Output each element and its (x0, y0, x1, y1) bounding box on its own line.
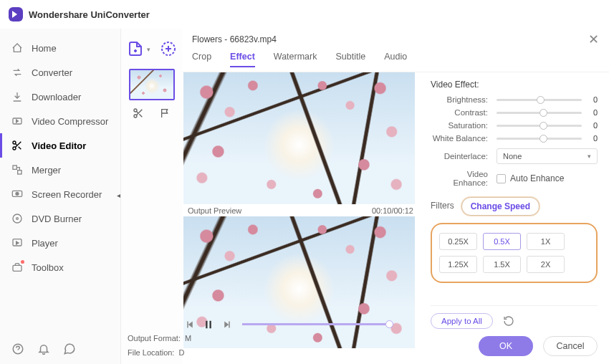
sidebar-item-label: Screen Recorder (32, 189, 102, 200)
sidebar-item-label: Converter (32, 67, 72, 78)
sidebar-item-home[interactable]: Home (0, 36, 120, 60)
file-location-label: File Location: (128, 348, 174, 357)
brightness-label: Brightness: (431, 95, 492, 104)
compressor-icon (11, 115, 23, 127)
titlebar: Wondershare UniConverter (0, 0, 609, 29)
speed-1-25x[interactable]: 1.25X (439, 256, 477, 273)
tab-crop[interactable]: Crop (192, 52, 211, 67)
sidebar-item-label: Player (32, 238, 58, 249)
sidebar-item-label: Merger (32, 165, 61, 176)
tab-effect[interactable]: Effect (230, 52, 255, 67)
cancel-button[interactable]: Cancel (543, 336, 598, 356)
white-balance-slider[interactable] (497, 138, 582, 140)
output-format-label: Output Format: (128, 334, 181, 343)
sidebar-item-toolbox[interactable]: Toolbox (0, 255, 120, 279)
white-balance-label: White Balance: (431, 134, 492, 143)
editor-tabs: Crop Effect Watermark Subtitle Audio (182, 50, 609, 72)
svg-point-7 (13, 214, 21, 223)
saturation-slider[interactable] (497, 125, 582, 127)
svg-rect-15 (206, 321, 207, 329)
enhance-label: Video Enhance: (431, 170, 492, 187)
saturation-row: Saturation: 0 (431, 121, 598, 130)
app-logo (9, 7, 23, 21)
speed-0-5x[interactable]: 0.5X (483, 233, 521, 250)
deinterlace-select[interactable]: None ▾ (497, 148, 598, 164)
saturation-label: Saturation: (431, 121, 492, 130)
tab-audio[interactable]: Audio (384, 52, 407, 67)
editor-panel: Flowers - 66823v.mp4 ✕ Crop Effect Water… (182, 29, 609, 364)
sidebar-item-label: Downloader (32, 92, 81, 102)
file-location-value: D (178, 348, 184, 357)
subtab-filters[interactable]: Filters (431, 197, 454, 216)
sidebar-item-screen-recorder[interactable]: Screen Recorder (0, 182, 120, 206)
apply-to-all-button[interactable]: Apply to All (431, 313, 493, 329)
effect-controls: Video Effect: Brightness: 0 Contrast: 0 … (416, 72, 609, 364)
saturation-value: 0 (586, 121, 598, 130)
home-icon (11, 42, 23, 54)
tab-watermark[interactable]: Watermark (274, 52, 317, 67)
help-icon[interactable] (11, 343, 24, 355)
svg-rect-16 (210, 321, 211, 329)
recorder-icon (11, 188, 23, 200)
flag-icon[interactable] (160, 107, 171, 119)
svg-rect-4 (18, 171, 21, 174)
add-circle-icon[interactable] (159, 40, 178, 57)
speed-2x[interactable]: 2X (527, 256, 565, 273)
sidebar-item-downloader[interactable]: Downloader (0, 85, 120, 109)
white-balance-value: 0 (586, 134, 598, 143)
output-preview-label: Output Preview (188, 206, 241, 215)
sidebar-item-compressor[interactable]: Video Compressor (0, 109, 120, 133)
editor-filename: Flowers - 66823v.mp4 (192, 34, 277, 44)
speed-options-box: 0.25X 0.5X 1X 1.25X 1.5X 2X (431, 223, 598, 283)
next-frame-icon[interactable] (221, 318, 234, 331)
white-balance-row: White Balance: 0 (431, 134, 598, 143)
toolbox-icon (11, 262, 23, 273)
timeline-slider[interactable] (242, 323, 390, 325)
video-effect-title: Video Effect: (431, 80, 598, 90)
close-icon[interactable]: ✕ (588, 32, 599, 47)
svg-rect-10 (13, 265, 21, 271)
media-strip: ▾ (120, 29, 182, 364)
brightness-row: Brightness: 0 (431, 95, 598, 104)
sidebar-item-label: DVD Burner (32, 214, 82, 224)
contrast-slider[interactable] (497, 112, 582, 114)
svg-rect-3 (13, 166, 16, 169)
clip-thumbnail[interactable] (129, 69, 175, 100)
original-preview (183, 72, 415, 204)
speed-0-25x[interactable]: 0.25X (439, 233, 477, 250)
pause-icon[interactable] (202, 318, 215, 331)
download-icon (11, 91, 23, 102)
sidebar-item-label: Home (32, 43, 57, 54)
converter-icon (11, 67, 23, 78)
chevron-down-icon: ▾ (588, 153, 591, 160)
sidebar-item-merger[interactable]: Merger (0, 158, 120, 182)
add-file-icon[interactable]: ▾ (126, 40, 145, 57)
svg-point-1 (13, 141, 16, 144)
chat-icon[interactable] (63, 343, 76, 355)
cut-icon[interactable] (133, 107, 144, 119)
contrast-row: Contrast: 0 (431, 108, 598, 117)
sidebar-item-video-editor[interactable]: Video Editor (0, 133, 120, 158)
bottom-info: Output Format: M File Location: D (128, 328, 191, 357)
deinterlace-label: Deinterlace: (431, 152, 492, 161)
bell-icon[interactable] (37, 343, 50, 355)
brightness-slider[interactable] (497, 99, 582, 101)
svg-point-6 (16, 192, 19, 195)
app-name: Wondershare UniConverter (29, 9, 150, 20)
auto-enhance-checkbox[interactable] (497, 174, 506, 183)
speed-1x[interactable]: 1X (527, 233, 565, 250)
reset-icon[interactable] (503, 315, 514, 327)
tab-subtitle[interactable]: Subtitle (335, 52, 365, 67)
ok-button[interactable]: OK (479, 336, 533, 356)
merger-icon (11, 164, 23, 176)
subtab-change-speed[interactable]: Change Speed (461, 197, 540, 216)
contrast-value: 0 (586, 108, 598, 117)
output-format-value: M (185, 334, 191, 343)
sidebar-item-dvd-burner[interactable]: DVD Burner (0, 206, 120, 231)
speed-1-5x[interactable]: 1.5X (483, 256, 521, 273)
time-display: 00:10/00:12 (372, 206, 413, 215)
sidebar-collapse-toggle[interactable]: ◂ (113, 190, 123, 200)
sidebar: Home Converter Downloader Video Compress… (0, 29, 120, 364)
sidebar-item-player[interactable]: Player (0, 231, 120, 255)
sidebar-item-converter[interactable]: Converter (0, 60, 120, 85)
